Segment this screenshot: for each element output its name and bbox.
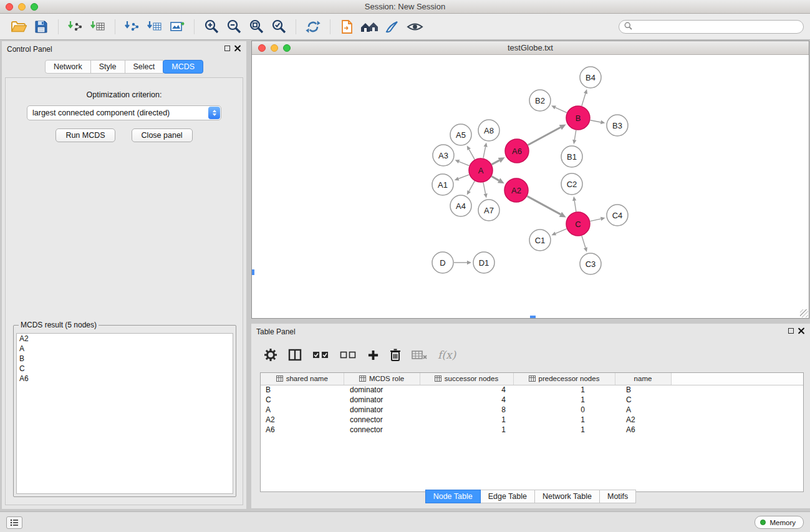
select-all-icon[interactable] (312, 351, 329, 359)
graph-edge-A-A4[interactable] (469, 181, 475, 191)
add-column-icon[interactable] (367, 349, 379, 361)
network-window-titlebar[interactable]: testGlobe.txt (252, 41, 809, 55)
graph-node-A2[interactable]: A2 (504, 178, 528, 202)
list-item[interactable]: A2 (17, 334, 233, 344)
table-row[interactable]: A6connector11A6 (261, 425, 803, 435)
run-mcds-button[interactable]: Run MCDS (55, 128, 115, 142)
open-file-icon[interactable] (7, 17, 30, 37)
column-header-shared-name[interactable]: shared name (261, 373, 344, 385)
graph-edge-C-C1[interactable] (556, 229, 567, 234)
graph-edge-A-A3[interactable] (459, 162, 469, 166)
tab-edge-table[interactable]: Edge Table (480, 490, 535, 503)
tab-node-table[interactable]: Node Table (425, 490, 481, 503)
delete-column-icon[interactable] (390, 348, 401, 362)
eye-icon[interactable] (403, 17, 426, 37)
zoom-in-icon[interactable] (200, 17, 223, 37)
export-image-icon[interactable] (166, 17, 188, 37)
graph-edge-A-A5[interactable] (469, 150, 475, 160)
graph-node-A3[interactable]: A3 (433, 145, 454, 166)
graph-node-A5[interactable]: A5 (450, 124, 471, 145)
graph-node-D1[interactable]: D1 (473, 252, 494, 273)
refresh-icon[interactable] (302, 17, 324, 37)
list-item[interactable]: B (17, 354, 233, 364)
deselect-all-icon[interactable] (340, 351, 357, 359)
tab-select[interactable]: Select (125, 60, 164, 74)
graph-node-C2[interactable]: C2 (561, 173, 582, 195)
resize-handle-bottom[interactable] (530, 316, 536, 318)
graph-edge-C-C4[interactable] (591, 219, 601, 221)
graph-edge-C-C2[interactable] (574, 201, 576, 212)
close-window-button[interactable] (6, 3, 13, 11)
new-table-icon[interactable] (143, 17, 166, 37)
zoom-window-button[interactable] (31, 3, 38, 11)
node-table[interactable]: shared name MCDS role successor nodes pr… (260, 372, 804, 492)
tab-mcds[interactable]: MCDS (163, 60, 203, 74)
graph-edge-A-A6[interactable] (492, 160, 499, 164)
graph-edge-B-B3[interactable] (591, 120, 601, 122)
float-panel-icon[interactable] (224, 46, 230, 51)
home-icon[interactable] (359, 17, 381, 37)
list-item[interactable]: A6 (17, 374, 233, 384)
graph-node-C[interactable]: C (566, 212, 590, 236)
zoom-fit-icon[interactable] (245, 17, 268, 37)
graph-edge-A-A2[interactable] (491, 177, 499, 181)
close-panel-button[interactable]: Close panel (132, 128, 193, 142)
zoom-selected-icon[interactable] (268, 17, 290, 37)
graph-node-C1[interactable]: C1 (529, 230, 551, 251)
network-minimize-button[interactable] (271, 44, 278, 52)
graph-edge-A6-B[interactable] (528, 127, 561, 145)
delete-table-icon[interactable] (412, 349, 427, 360)
graph-node-A4[interactable]: A4 (450, 195, 471, 216)
search-box[interactable] (619, 20, 804, 34)
optimization-criterion-select[interactable]: largest connected component (directed) (27, 105, 221, 120)
graph-node-B2[interactable]: B2 (529, 90, 551, 111)
new-network-icon[interactable] (121, 17, 143, 37)
graph-node-A7[interactable]: A7 (478, 200, 499, 221)
save-icon[interactable] (30, 17, 52, 37)
close-panel-icon[interactable] (234, 44, 241, 52)
graph-edge-A-A1[interactable] (458, 175, 469, 178)
tab-style[interactable]: Style (90, 60, 125, 74)
graph-node-B1[interactable]: B1 (561, 146, 582, 167)
mcds-result-list[interactable]: A2 A B C A6 (16, 333, 233, 494)
import-table-file-icon[interactable] (87, 17, 109, 37)
network-zoom-button[interactable] (283, 44, 291, 52)
network-graph[interactable]: B4B2BB3A5A8A6A3B1AA1A2C2A4A7C4CC1C3DD1 (252, 56, 809, 318)
search-input[interactable] (635, 22, 791, 31)
network-close-button[interactable] (258, 44, 266, 52)
minimize-window-button[interactable] (18, 3, 26, 11)
list-item[interactable]: A (17, 344, 233, 354)
float-panel-icon[interactable] (788, 328, 794, 334)
graph-node-A6[interactable]: A6 (505, 139, 529, 163)
graph-node-A[interactable]: A (469, 158, 493, 182)
graph-node-A8[interactable]: A8 (478, 120, 499, 141)
table-row[interactable]: Cdominator41C (261, 395, 803, 405)
show-columns-icon[interactable] (288, 349, 302, 361)
table-row[interactable]: A2connector11A2 (261, 415, 803, 425)
graph-edge-B-B4[interactable] (582, 94, 586, 106)
graph-node-A1[interactable]: A1 (432, 174, 453, 195)
graph-node-B3[interactable]: B3 (607, 115, 628, 136)
tab-network-table[interactable]: Network Table (534, 490, 600, 503)
table-row[interactable]: Bdominator41B (261, 385, 803, 395)
graph-edge-A-A7[interactable] (483, 183, 486, 194)
resize-handle-left[interactable] (252, 269, 254, 275)
column-header-name[interactable]: name (615, 373, 671, 385)
graph-node-C3[interactable]: C3 (580, 253, 601, 274)
graph-edge-A2-C[interactable] (528, 196, 561, 215)
column-header-successor-nodes[interactable]: successor nodes (420, 373, 513, 385)
open-recent-session-icon[interactable] (336, 17, 359, 37)
graph-edge-C-C3[interactable] (582, 236, 586, 248)
graph-edge-B-B1[interactable] (574, 130, 576, 140)
graph-node-C4[interactable]: C4 (607, 205, 628, 226)
style-brush-icon[interactable] (381, 17, 403, 37)
resize-corner-handle[interactable] (800, 309, 808, 317)
table-settings-gear-icon[interactable] (264, 348, 277, 362)
graph-node-D[interactable]: D (432, 252, 453, 273)
graph-node-B[interactable]: B (566, 106, 590, 130)
graph-edge-B-B2[interactable] (556, 107, 567, 112)
import-network-file-icon[interactable] (64, 17, 87, 37)
tab-motifs[interactable]: Motifs (599, 490, 636, 503)
column-header-mcds-role[interactable]: MCDS role (344, 373, 420, 385)
tab-network[interactable]: Network (45, 60, 91, 74)
